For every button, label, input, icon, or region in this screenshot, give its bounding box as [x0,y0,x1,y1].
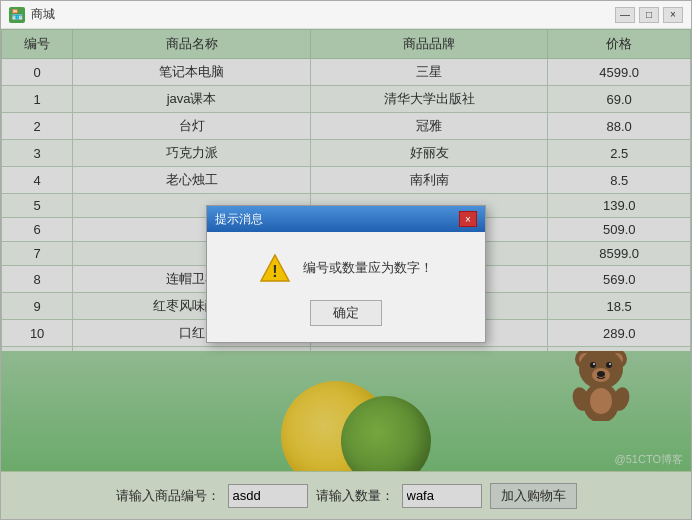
close-button[interactable]: × [663,7,683,23]
alert-dialog: 提示消息 × ! 编号或数量应为数字！ 确定 [206,205,486,343]
window-title: 商城 [31,6,615,23]
main-content: 编号 商品名称 商品品牌 价格 0笔记本电脑三星4599.01java课本清华大… [1,29,691,519]
app-icon: 🏪 [9,7,25,23]
modal-body: ! 编号或数量应为数字！ 确定 [207,232,485,342]
main-window: 🏪 商城 — □ × 编号 商品名称 商品品牌 价格 [0,0,692,520]
modal-close-button[interactable]: × [459,211,477,227]
modal-overlay: 提示消息 × ! 编号或数量应为数字！ 确定 [1,29,691,519]
modal-message-row: ! 编号或数量应为数字！ [259,252,433,284]
warning-icon: ! [259,252,291,284]
svg-text:!: ! [272,263,277,280]
modal-message-text: 编号或数量应为数字！ [303,259,433,277]
titlebar-buttons: — □ × [615,7,683,23]
minimize-button[interactable]: — [615,7,635,23]
modal-titlebar: 提示消息 × [207,206,485,232]
maximize-button[interactable]: □ [639,7,659,23]
modal-ok-button[interactable]: 确定 [310,300,382,326]
titlebar: 🏪 商城 — □ × [1,1,691,29]
modal-title: 提示消息 [215,211,459,228]
